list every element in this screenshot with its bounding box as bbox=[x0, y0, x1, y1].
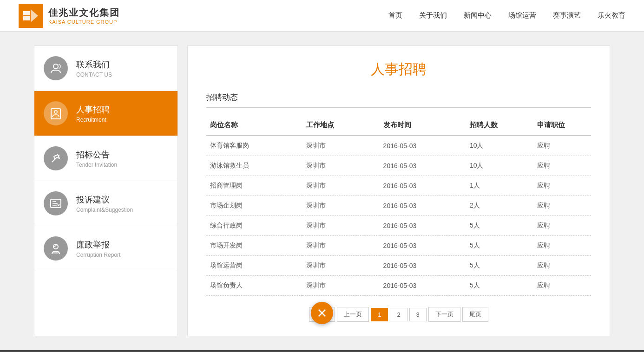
nav-events[interactable]: 赛事演艺 bbox=[553, 11, 581, 20]
recruit-icon bbox=[44, 101, 68, 125]
cell-location: 深圳市 bbox=[302, 256, 380, 276]
header: 佳兆业文化集团 KAISA CULTURE GROUP 首页 关于我们 新闻中心… bbox=[0, 0, 644, 32]
svg-point-6 bbox=[58, 155, 59, 156]
contact-cn: 联系我们 bbox=[76, 59, 112, 70]
cell-count: 10人 bbox=[466, 136, 533, 156]
contact-icon bbox=[44, 56, 68, 80]
cell-date: 2016-05-03 bbox=[380, 176, 466, 196]
table-row: 游泳馆救生员 深圳市 2016-05-03 10人 应聘 bbox=[206, 156, 591, 176]
page-1[interactable]: 1 bbox=[371, 308, 388, 321]
cell-position: 市场企划岗 bbox=[206, 196, 302, 216]
cell-apply[interactable]: 应聘 bbox=[533, 236, 591, 256]
table-row: 场馆运营岗 深圳市 2016-05-03 5人 应聘 bbox=[206, 256, 591, 276]
cell-apply[interactable]: 应聘 bbox=[533, 156, 591, 176]
logo-cn: 佳兆业文化集团 bbox=[48, 7, 120, 19]
cell-apply[interactable]: 应聘 bbox=[533, 176, 591, 196]
cell-apply[interactable]: 应聘 bbox=[533, 136, 591, 156]
logo-en: KAISA CULTURE GROUP bbox=[48, 19, 120, 25]
cell-count: 5人 bbox=[466, 216, 533, 236]
cell-position: 游泳馆救生员 bbox=[206, 156, 302, 176]
cell-date: 2016-05-03 bbox=[380, 136, 466, 156]
nav-about[interactable]: 关于我们 bbox=[419, 11, 447, 20]
cell-count: 5人 bbox=[466, 256, 533, 276]
sidebar-item-contact[interactable]: 联系我们 CONTACT US bbox=[34, 46, 177, 91]
complaint-cn: 投诉建议 bbox=[76, 194, 133, 205]
cell-location: 深圳市 bbox=[302, 196, 380, 216]
cell-location: 深圳市 bbox=[302, 136, 380, 156]
cell-apply[interactable]: 应聘 bbox=[533, 276, 591, 296]
svg-marker-1 bbox=[31, 9, 38, 22]
section-title: 招聘动态 bbox=[206, 92, 591, 108]
cell-count: 5人 bbox=[466, 236, 533, 256]
cell-date: 2016-05-03 bbox=[380, 276, 466, 296]
logo-icon bbox=[19, 4, 43, 28]
cell-date: 2016-05-03 bbox=[380, 236, 466, 256]
corruption-en: Corruption Report bbox=[76, 252, 120, 258]
page-last[interactable]: 尾页 bbox=[462, 307, 488, 322]
cell-apply[interactable]: 应聘 bbox=[533, 196, 591, 216]
corruption-cn: 廉政举报 bbox=[76, 239, 120, 250]
float-button[interactable] bbox=[311, 302, 333, 324]
tender-labels: 招标公告 Tender Invitation bbox=[76, 149, 117, 168]
pagination: 首页 上一页 1 2 3 下一页 尾页 bbox=[206, 307, 591, 322]
cell-count: 10人 bbox=[466, 156, 533, 176]
cell-date: 2016-05-03 bbox=[380, 256, 466, 276]
col-location: 工作地点 bbox=[302, 115, 380, 136]
nav-venue[interactable]: 场馆运营 bbox=[508, 11, 536, 20]
recruit-cn: 人事招聘 bbox=[76, 104, 110, 115]
cell-count: 5人 bbox=[466, 276, 533, 296]
col-date: 发布时间 bbox=[380, 115, 466, 136]
page-next[interactable]: 下一页 bbox=[428, 307, 460, 322]
recruit-labels: 人事招聘 Recruitment bbox=[76, 104, 110, 123]
cell-position: 综合行政岗 bbox=[206, 216, 302, 236]
page-2[interactable]: 2 bbox=[390, 308, 407, 321]
col-count: 招聘人数 bbox=[466, 115, 533, 136]
sidebar-item-complaint[interactable]: 投诉建议 Complaint&Suggestion bbox=[34, 181, 177, 226]
svg-rect-15 bbox=[53, 252, 59, 254]
cell-position: 市场开发岗 bbox=[206, 236, 302, 256]
recruit-table: 岗位名称 工作地点 发布时间 招聘人数 申请职位 体育馆客服岗 深圳市 2016… bbox=[206, 115, 591, 296]
table-row: 场馆负责人 深圳市 2016-05-03 5人 应聘 bbox=[206, 276, 591, 296]
col-position: 岗位名称 bbox=[206, 115, 302, 136]
complaint-labels: 投诉建议 Complaint&Suggestion bbox=[76, 194, 133, 213]
cell-location: 深圳市 bbox=[302, 176, 380, 196]
cell-count: 1人 bbox=[466, 176, 533, 196]
table-row: 综合行政岗 深圳市 2016-05-03 5人 应聘 bbox=[206, 216, 591, 236]
main-container: 联系我们 CONTACT US 人事招聘 Recruitment bbox=[25, 46, 619, 336]
sidebar-item-tender[interactable]: 招标公告 Tender Invitation bbox=[34, 136, 177, 181]
table-row: 招商管理岗 深圳市 2016-05-03 1人 应聘 bbox=[206, 176, 591, 196]
corruption-icon bbox=[44, 236, 68, 261]
table-header-row: 岗位名称 工作地点 发布时间 招聘人数 申请职位 bbox=[206, 115, 591, 136]
table-row: 市场开发岗 深圳市 2016-05-03 5人 应聘 bbox=[206, 236, 591, 256]
cell-location: 深圳市 bbox=[302, 236, 380, 256]
page-3[interactable]: 3 bbox=[409, 308, 427, 321]
svg-point-3 bbox=[53, 64, 58, 69]
col-apply: 申请职位 bbox=[533, 115, 591, 136]
nav-news[interactable]: 新闻中心 bbox=[464, 11, 492, 20]
nav-edu[interactable]: 乐火教育 bbox=[598, 11, 625, 20]
sidebar-item-corruption[interactable]: 廉政举报 Corruption Report bbox=[34, 226, 177, 271]
recruit-en: Recruitment bbox=[76, 117, 110, 123]
table-row: 市场企划岗 深圳市 2016-05-03 2人 应聘 bbox=[206, 196, 591, 216]
cell-count: 2人 bbox=[466, 196, 533, 216]
tender-cn: 招标公告 bbox=[76, 149, 117, 160]
cell-apply[interactable]: 应聘 bbox=[533, 216, 591, 236]
page-title: 人事招聘 bbox=[206, 60, 591, 79]
tender-en: Tender Invitation bbox=[76, 162, 117, 168]
cell-location: 深圳市 bbox=[302, 216, 380, 236]
footer: 联系我们 | 投资合作 | 视频中心 | 友情链接 | 免责声明 佳兆业文化集团… bbox=[0, 350, 644, 352]
page-prev[interactable]: 上一页 bbox=[337, 307, 369, 322]
cell-position: 体育馆客服岗 bbox=[206, 136, 302, 156]
sidebar-item-recruit[interactable]: 人事招聘 Recruitment bbox=[34, 91, 177, 136]
nav-home[interactable]: 首页 bbox=[388, 11, 402, 20]
complaint-en: Complaint&Suggestion bbox=[76, 207, 133, 213]
cell-position: 场馆负责人 bbox=[206, 276, 302, 296]
cell-location: 深圳市 bbox=[302, 276, 380, 296]
table-row: 体育馆客服岗 深圳市 2016-05-03 10人 应聘 bbox=[206, 136, 591, 156]
cell-location: 深圳市 bbox=[302, 156, 380, 176]
svg-point-5 bbox=[54, 111, 57, 113]
contact-en: CONTACT US bbox=[76, 72, 112, 78]
sidebar: 联系我们 CONTACT US 人事招聘 Recruitment bbox=[34, 46, 178, 336]
cell-apply[interactable]: 应聘 bbox=[533, 256, 591, 276]
tender-icon bbox=[44, 146, 68, 170]
